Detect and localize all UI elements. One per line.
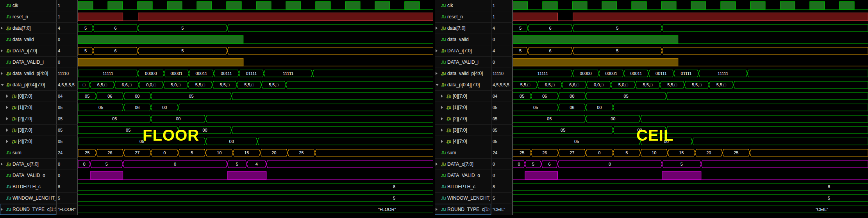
signal-waveform[interactable]: 2526270510152025: [513, 147, 868, 159]
signal-waveform[interactable]: 05605: [513, 159, 868, 170]
signal-waveform[interactable]: 0500: [78, 125, 433, 136]
signal-waveform[interactable]: [78, 34, 433, 45]
expand-arrow-icon[interactable]: [1, 84, 5, 86]
signal-waveform[interactable]: 565: [513, 23, 868, 34]
signal-name-cell[interactable]: clk: [0, 0, 57, 11]
signal-name-cell[interactable]: [3][7:0]: [0, 125, 57, 136]
signal-waveform[interactable]: 5,5,□6,5,□6,6,□0,0,□5,0,□5,5,□5,5,□5,5,□…: [513, 79, 868, 91]
signal-name-cell[interactable]: sum: [435, 147, 491, 159]
signal-name-cell[interactable]: WINDOW_LENGHT_c: [435, 193, 491, 204]
signal-name-cell[interactable]: [1][7:0]: [0, 102, 57, 113]
signal-waveform[interactable]: [78, 170, 433, 181]
signal-name-cell[interactable]: [4][7:0]: [0, 136, 57, 147]
signal-name-cell[interactable]: [3][7:0]: [435, 125, 491, 136]
scalar-signal-icon: [441, 60, 446, 64]
signal-name-cell[interactable]: DATA_i[7:0]: [0, 45, 57, 57]
signal-waveform[interactable]: [78, 57, 433, 68]
expand-arrow-icon[interactable]: [441, 129, 445, 132]
signal-name-cell[interactable]: DATA_VALID_o: [435, 170, 491, 181]
signal-name-cell[interactable]: data_valid_p[4:0]: [435, 68, 491, 79]
signal-name-cell[interactable]: WINDOW_LENGHT_c: [0, 193, 57, 204]
signal-waveform[interactable]: 2526270510152025: [78, 147, 433, 159]
expand-arrow-icon[interactable]: [6, 95, 10, 98]
signal-waveform[interactable]: 0500: [513, 113, 868, 125]
expand-arrow-icon[interactable]: [1, 49, 5, 52]
signal-waveform[interactable]: 5: [513, 193, 868, 204]
expand-arrow-icon[interactable]: [1, 163, 5, 166]
expand-arrow-icon[interactable]: [441, 95, 445, 98]
expand-arrow-icon[interactable]: [436, 27, 439, 30]
expand-arrow-icon[interactable]: [6, 106, 10, 109]
signal-name-cell[interactable]: ROUND_TYPE_c[1:4]: [435, 204, 491, 215]
signal-name-cell[interactable]: [0][7:0]: [435, 91, 491, 102]
signal-name-cell[interactable]: data_valid: [0, 34, 57, 45]
signal-waveform[interactable]: 565: [78, 23, 433, 34]
signal-name-cell[interactable]: [2][7:0]: [0, 113, 57, 125]
signal-waveform[interactable]: 5: [78, 193, 433, 204]
signal-waveform[interactable]: [513, 11, 868, 23]
signal-name-cell[interactable]: data_valid: [435, 34, 491, 45]
expand-arrow-icon[interactable]: [436, 208, 439, 211]
expand-arrow-icon[interactable]: [436, 163, 439, 166]
expand-arrow-icon[interactable]: [1, 72, 5, 75]
signal-waveform[interactable]: 05060005: [78, 91, 433, 102]
signal-name-cell[interactable]: DATA_VALID_i: [0, 57, 57, 68]
signal-waveform[interactable]: 0500: [513, 125, 868, 136]
signal-name-cell[interactable]: [0][7:0]: [0, 91, 57, 102]
expand-arrow-icon[interactable]: [1, 208, 5, 211]
signal-waveform[interactable]: 0500: [78, 136, 433, 147]
expand-arrow-icon[interactable]: [441, 140, 445, 143]
signal-waveform[interactable]: □6,5,□6,6,□0,0,□5,0,□5,5,□5,5,□5,5,□5,5,…: [78, 79, 433, 91]
expand-arrow-icon[interactable]: [436, 72, 439, 75]
signal-waveform[interactable]: 11111000000000100011001110111111111: [513, 68, 868, 79]
signal-waveform[interactable]: [513, 170, 868, 181]
expand-arrow-icon[interactable]: [436, 49, 439, 52]
signal-name-cell[interactable]: [2][7:0]: [435, 113, 491, 125]
expand-arrow-icon[interactable]: [6, 117, 10, 120]
signal-name-cell[interactable]: clk: [435, 0, 491, 11]
signal-name-cell[interactable]: sum: [0, 147, 57, 159]
signal-name-cell[interactable]: reset_n: [0, 11, 57, 23]
expand-arrow-icon[interactable]: [1, 27, 5, 30]
signal-waveform[interactable]: 0500: [78, 113, 433, 125]
signal-waveform[interactable]: 050600: [513, 102, 868, 113]
signal-name-cell[interactable]: BITDEPTH_c: [435, 181, 491, 193]
signal-waveform[interactable]: 11111000000000100011001110111111111: [78, 68, 433, 79]
signal-waveform[interactable]: [513, 34, 868, 45]
signal-value: "FLOOR": [57, 204, 78, 215]
signal-waveform[interactable]: [513, 57, 868, 68]
signal-waveform[interactable]: [78, 11, 433, 23]
signal-waveform[interactable]: [513, 0, 868, 11]
expand-arrow-icon[interactable]: [6, 129, 10, 132]
signal-name-cell[interactable]: reset_n: [435, 11, 491, 23]
signal-name-cell[interactable]: BITDEPTH_c: [0, 181, 57, 193]
expand-arrow-icon[interactable]: [436, 84, 439, 86]
signal-name-cell[interactable]: data[7:0]: [0, 23, 57, 34]
signal-name-cell[interactable]: data[7:0]: [435, 23, 491, 34]
signal-name-cell[interactable]: DATA_VALID_o: [0, 170, 57, 181]
signal-waveform[interactable]: 05054: [78, 159, 433, 170]
signal-name-cell[interactable]: data_valid_p[4:0]: [0, 68, 57, 79]
signal-waveform[interactable]: 8: [513, 181, 868, 193]
signal-waveform[interactable]: 0500: [513, 136, 868, 147]
signal-name-cell[interactable]: DATA_o[7:0]: [435, 159, 491, 170]
expand-arrow-icon[interactable]: [441, 117, 445, 120]
signal-name-cell[interactable]: data_p[0:4][7:0]: [435, 79, 491, 91]
signal-name-cell[interactable]: [4][7:0]: [435, 136, 491, 147]
signal-waveform[interactable]: 8: [78, 181, 433, 193]
expand-arrow-icon[interactable]: [441, 106, 445, 109]
signal-waveform[interactable]: "FLOOR": [78, 204, 433, 215]
signal-waveform[interactable]: 050600: [78, 102, 433, 113]
signal-name-cell[interactable]: [1][7:0]: [435, 102, 491, 113]
expand-arrow-icon[interactable]: [6, 140, 10, 143]
signal-waveform[interactable]: 565: [78, 45, 433, 57]
signal-name-cell[interactable]: DATA_i[7:0]: [435, 45, 491, 57]
signal-waveform[interactable]: 565: [513, 45, 868, 57]
signal-waveform[interactable]: [78, 0, 433, 11]
signal-name-cell[interactable]: DATA_o[7:0]: [0, 159, 57, 170]
signal-waveform[interactable]: 05060005: [513, 91, 868, 102]
signal-name-cell[interactable]: ROUND_TYPE_c[1:5]: [0, 204, 57, 215]
signal-waveform[interactable]: "CEIL": [513, 204, 868, 215]
signal-name-cell[interactable]: DATA_VALID_i: [435, 57, 491, 68]
signal-name-cell[interactable]: data_p[0:4][7:0]: [0, 79, 57, 91]
